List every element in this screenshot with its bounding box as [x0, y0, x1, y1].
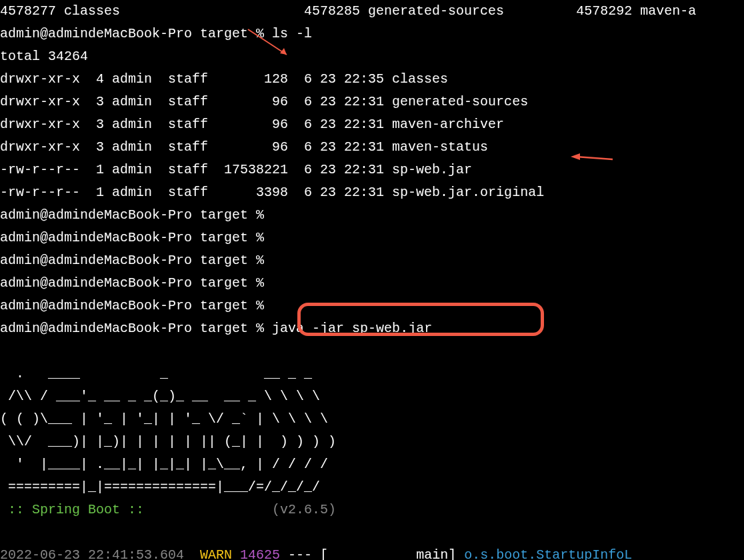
java-command: java -jar sp-web.jar: [272, 321, 432, 336]
blank-line: [0, 521, 744, 544]
log-line: 2022-06-23 22:41:53.604 WARN 14625 --- […: [0, 544, 744, 560]
arrow-annotation-icon: [247, 28, 293, 60]
spring-banner-line: . ____ _ __ _ _: [0, 363, 744, 385]
ls-row: drwxr-xr-x 3 admin staff 96 6 23 22:31 m…: [0, 136, 744, 159]
prompt: admin@admindeMacBook-Pro target %: [0, 26, 264, 41]
ls-row: drwxr-xr-x 3 admin staff 96 6 23 22:31 g…: [0, 91, 744, 113]
spring-banner-line: \\/ ___)| |_)| | | | | || (_| | ) ) ) ): [0, 431, 744, 453]
prompt-java-line[interactable]: admin@admindeMacBook-Pro target % java -…: [0, 317, 744, 340]
log-timestamp: 2022-06-23 22:41:53.604: [0, 547, 184, 560]
empty-prompt-line: admin@admindeMacBook-Pro target %: [0, 204, 744, 227]
log-thread: main]: [328, 547, 456, 560]
prompt: admin@admindeMacBook-Pro target %: [0, 321, 264, 336]
log-pid: 14625: [240, 547, 280, 560]
log-level: WARN: [200, 547, 232, 560]
ls-row: drwxr-xr-x 3 admin staff 96 6 23 22:31 m…: [0, 113, 744, 136]
ls-row: drwxr-xr-x 4 admin staff 128 6 23 22:35 …: [0, 68, 744, 91]
ls-row: -rw-r--r-- 1 admin staff 17538221 6 23 2…: [0, 159, 744, 181]
total-line: total 34264: [0, 45, 744, 68]
empty-prompt-line: admin@admindeMacBook-Pro target %: [0, 295, 744, 317]
blank-line: [0, 340, 744, 363]
spring-boot-label: :: Spring Boot ::: [0, 502, 152, 517]
ls-row: -rw-r--r-- 1 admin staff 3398 6 23 22:31…: [0, 181, 744, 204]
arrow-annotation-icon: [569, 150, 615, 163]
svg-line-0: [248, 29, 287, 55]
prompt-ls-line: admin@admindeMacBook-Pro target % ls -l: [0, 23, 744, 45]
top-cut-line: 4578277 classes 4578285 generated-source…: [0, 0, 744, 23]
empty-prompt-line: admin@admindeMacBook-Pro target %: [0, 249, 744, 272]
spring-banner-line: /\\ / ___'_ __ _ _(_)_ __ __ _ \ \ \ \: [0, 385, 744, 408]
spring-banner-line: ' |____| .__|_| |_|_| |_\__, | / / / /: [0, 453, 744, 476]
svg-line-2: [576, 157, 613, 159]
empty-prompt-line: admin@admindeMacBook-Pro target %: [0, 227, 744, 249]
log-class: o.s.boot.StartupInfoL: [464, 547, 632, 560]
spring-banner-line: =========|_|==============|___/=/_/_/_/: [0, 476, 744, 499]
log-dashes: --- [: [280, 547, 328, 560]
spring-version: (v2.6.5): [272, 502, 336, 517]
spring-banner-line: ( ( )\___ | '_ | '_| | '_ \/ _` | \ \ \ …: [0, 408, 744, 431]
svg-marker-3: [571, 153, 580, 160]
spring-boot-label-line: :: Spring Boot :: (v2.6.5): [0, 499, 744, 521]
empty-prompt-line: admin@admindeMacBook-Pro target %: [0, 272, 744, 295]
